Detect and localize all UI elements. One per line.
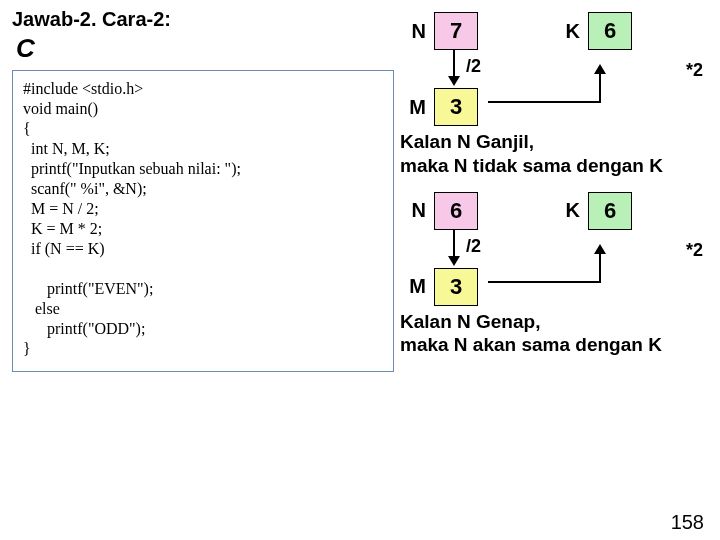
- code-line: K = M * 2;: [23, 220, 102, 237]
- page-number: 158: [671, 511, 704, 534]
- code-line: printf("EVEN");: [23, 280, 153, 297]
- code-line: M = N / 2;: [23, 200, 99, 217]
- row-n-k: N 7 K 6: [400, 12, 715, 50]
- svg-marker-1: [448, 76, 460, 86]
- var-m-label: M: [400, 275, 426, 298]
- cell-k: 6: [588, 192, 632, 230]
- svg-marker-4: [448, 256, 460, 266]
- row-m: M 3: [400, 88, 715, 126]
- var-n-label: N: [400, 199, 426, 222]
- caption-even: Kalan N Genap, maka N akan sama dengan K: [400, 310, 715, 358]
- op-mul-label: *2: [686, 60, 703, 81]
- caption-line: Kalan N Ganjil,: [400, 131, 534, 152]
- code-line: scanf(" %i", &N);: [23, 180, 147, 197]
- code-line: else: [23, 300, 60, 317]
- code-line: {: [23, 120, 31, 137]
- op-mul-label: *2: [686, 240, 703, 261]
- var-n-label: N: [400, 20, 426, 43]
- diagram-odd: N 7 K 6 /2 *2 M 3 Kalan N Ganjil, ma: [400, 12, 715, 178]
- right-column: N 7 K 6 /2 *2 M 3 Kalan N Ganjil, ma: [400, 8, 715, 371]
- code-line: if (N == K): [23, 240, 105, 257]
- cell-n: 7: [434, 12, 478, 50]
- code-line: printf("Inputkan sebuah nilai: ");: [23, 160, 241, 177]
- var-m-label: M: [400, 96, 426, 119]
- diagram-even: N 6 K 6 /2 *2 M 3 Kalan N Genap, mak: [400, 192, 715, 358]
- cell-k: 6: [588, 12, 632, 50]
- code-line: [23, 260, 27, 277]
- arrow-down: /2: [434, 54, 478, 84]
- code-line: #include <stdio.h>: [23, 80, 143, 97]
- var-k-label: K: [554, 199, 580, 222]
- code-line: printf("ODD");: [23, 320, 145, 337]
- cell-m: 3: [434, 268, 478, 306]
- arrow-down: /2: [434, 234, 478, 264]
- cell-n: 6: [434, 192, 478, 230]
- code-line: }: [23, 340, 31, 357]
- caption-line: maka N tidak sama dengan K: [400, 155, 663, 176]
- row-n-k-2: N 6 K 6: [400, 192, 715, 230]
- var-k-label: K: [554, 20, 580, 43]
- code-line: int N, M, K;: [23, 140, 110, 157]
- caption-line: Kalan N Genap,: [400, 311, 540, 332]
- code-line: void main(): [23, 100, 98, 117]
- caption-line: maka N akan sama dengan K: [400, 334, 662, 355]
- cell-m: 3: [434, 88, 478, 126]
- row-m-2: M 3: [400, 268, 715, 306]
- code-box: #include <stdio.h> void main() { int N, …: [12, 70, 394, 372]
- caption-odd: Kalan N Ganjil, maka N tidak sama dengan…: [400, 130, 715, 178]
